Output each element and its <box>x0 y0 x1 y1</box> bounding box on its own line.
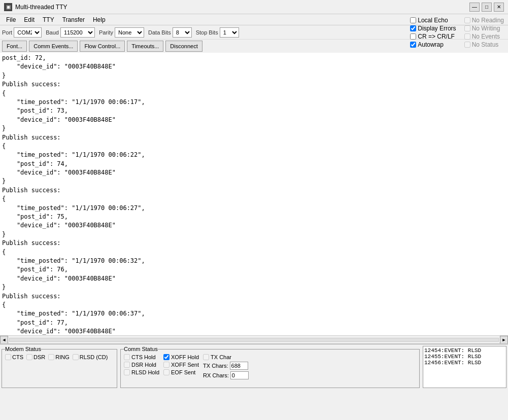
ring-row: RING <box>48 354 70 360</box>
no-events-checkbox <box>464 33 470 40</box>
event-scroll[interactable] <box>500 346 506 388</box>
no-writing-checkbox <box>464 25 470 31</box>
port-label: Port <box>2 29 12 36</box>
no-reading-checkbox <box>464 17 470 23</box>
window-controls: — □ ✕ <box>469 3 504 12</box>
rlsd-checkbox <box>73 354 79 360</box>
parity-group: Parity None Odd Even Mark Space <box>99 27 144 38</box>
cr-crlf-row: CR => CR/LF <box>410 33 456 40</box>
rx-chars-row: RX Chars: <box>203 371 249 379</box>
no-reading-row: No Reading <box>464 17 504 24</box>
dsr-hold-label: DSR Hold <box>131 362 156 368</box>
timeouts-button[interactable]: Timeouts... <box>127 41 163 52</box>
no-writing-label: No Writing <box>472 25 500 32</box>
cts-hold-row: CTS Hold <box>124 354 159 360</box>
no-status-label: No Status <box>472 41 499 48</box>
cr-crlf-checkbox[interactable] <box>410 33 416 40</box>
modem-status-panel: Modem Status CTS DSR RING RLSD (CD) <box>2 346 117 388</box>
dsr-hold-checkbox <box>124 362 130 368</box>
baud-label: Baud <box>46 29 59 36</box>
xoff-hold-checkbox[interactable] <box>163 354 170 360</box>
eof-sent-label: EOF Sent <box>171 369 195 375</box>
dsr-checkbox <box>26 354 32 360</box>
comm-col3: TX Char TX Chars: RX Chars: <box>203 354 249 379</box>
comm-events-button[interactable]: Comm Events... <box>29 41 78 52</box>
minimize-button[interactable]: — <box>469 3 480 12</box>
rlsd-row: RLSD (CD) <box>73 354 108 360</box>
menu-help[interactable]: Help <box>89 15 110 24</box>
eof-sent-checkbox <box>163 369 170 375</box>
maximize-button[interactable]: □ <box>482 3 492 12</box>
parity-select[interactable]: None Odd Even Mark Space <box>115 27 144 38</box>
hscroll-track[interactable] <box>9 338 499 342</box>
port-select[interactable]: COM2 COM1 COM3 COM4 <box>14 27 42 38</box>
menu-tty[interactable]: TTY <box>39 15 58 24</box>
rx-chars-label: RX Chars: <box>203 372 229 378</box>
tx-char-label: TX Char <box>211 354 231 360</box>
rlsd-label: RLSD (CD) <box>80 354 108 360</box>
tx-chars-label: TX Chars: <box>203 363 228 369</box>
comm-status-cols: CTS Hold DSR Hold RLSD Hold XOFF Hold <box>124 354 416 379</box>
ring-label: RING <box>55 354 70 360</box>
autowrap-checkbox[interactable] <box>410 42 416 48</box>
bottom-area: Modem Status CTS DSR RING RLSD (CD) Comm… <box>0 344 508 390</box>
autowrap-row: Autowrap <box>410 41 456 48</box>
checkbox-col-right: No Reading No Writing No Events No Statu… <box>464 17 504 48</box>
event-log-content: 12454:EVENT: RLSD12455:EVENT: RLSD12456:… <box>423 346 506 388</box>
stopbits-group: Stop Bits 1 1.5 2 <box>196 27 239 38</box>
menu-transfer[interactable]: Transfer <box>58 15 89 24</box>
event-log-entries: 12454:EVENT: RLSD12455:EVENT: RLSD12456:… <box>424 347 505 366</box>
comm-col1: CTS Hold DSR Hold RLSD Hold <box>124 354 159 379</box>
dsr-hold-row: DSR Hold <box>124 362 159 368</box>
tx-chars-value[interactable] <box>230 362 248 370</box>
no-status-checkbox <box>464 42 470 48</box>
toolbar-row1: Port COM2 COM1 COM3 COM4 Baud 115200 960… <box>0 25 508 40</box>
local-echo-checkbox[interactable] <box>410 17 416 23</box>
modem-row: CTS DSR RING RLSD (CD) <box>5 354 114 360</box>
hscroll-left-btn[interactable]: ◄ <box>0 336 8 344</box>
disconnect-button[interactable]: Disconnect <box>165 41 202 52</box>
xoff-sent-label: XOFF Sent <box>171 362 199 368</box>
no-status-row: No Status <box>464 41 504 48</box>
menu-edit[interactable]: Edit <box>20 15 39 24</box>
tx-char-row: TX Char <box>203 354 249 360</box>
hscroll-container[interactable]: ◄ ► <box>0 336 508 344</box>
dsr-row: DSR <box>26 354 45 360</box>
cts-hold-label: CTS Hold <box>131 354 156 360</box>
baud-select[interactable]: 115200 9600 19200 38400 57600 <box>60 27 95 38</box>
baud-group: Baud 115200 9600 19200 38400 57600 <box>46 27 95 38</box>
port-group: Port COM2 COM1 COM3 COM4 <box>2 27 42 38</box>
local-echo-row: Local Echo <box>410 17 456 24</box>
cr-crlf-label: CR => CR/LF <box>418 33 455 40</box>
dsr-label: DSR <box>33 354 45 360</box>
local-echo-label: Local Echo <box>418 17 448 24</box>
comm-col2: XOFF Hold XOFF Sent EOF Sent <box>163 354 199 379</box>
rx-chars-value[interactable] <box>230 371 249 379</box>
display-errors-checkbox[interactable] <box>410 25 416 31</box>
no-writing-row: No Writing <box>464 25 504 32</box>
event-log-entry: 12455:EVENT: RLSD <box>424 354 505 360</box>
terminal-content: post_id: 72, "device_id": "0003F40B848E"… <box>2 54 506 335</box>
checkbox-panel: Local Echo Display Errors CR => CR/LF Au… <box>408 17 506 48</box>
xoff-sent-checkbox <box>163 362 170 368</box>
flow-control-button[interactable]: Flow Control... <box>80 41 125 52</box>
rlsd-hold-checkbox <box>124 369 130 375</box>
parity-label: Parity <box>99 29 113 36</box>
databits-group: Data Bits 8 5 6 7 <box>148 27 192 38</box>
xoff-sent-row: XOFF Sent <box>163 362 199 368</box>
checkbox-col-left: Local Echo Display Errors CR => CR/LF Au… <box>410 17 456 48</box>
event-log-entry: 12454:EVENT: RLSD <box>424 347 505 354</box>
rlsd-hold-label: RLSD Hold <box>131 369 159 375</box>
databits-select[interactable]: 8 5 6 7 <box>173 27 192 38</box>
stopbits-label: Stop Bits <box>196 29 218 36</box>
title-icon: ▣ <box>4 3 12 11</box>
comm-status-panel: Comm Status CTS Hold DSR Hold RLSD Hold <box>120 346 420 388</box>
autowrap-label: Autowrap <box>418 41 444 48</box>
font-button[interactable]: Font... <box>2 41 27 52</box>
menu-file[interactable]: File <box>2 15 20 24</box>
terminal-output[interactable]: post_id: 72, "device_id": "0003F40B848E"… <box>0 53 508 335</box>
cts-hold-checkbox <box>124 354 130 360</box>
comm-status-legend: Comm Status <box>124 346 158 352</box>
eof-sent-row: EOF Sent <box>163 369 199 375</box>
stopbits-select[interactable]: 1 1.5 2 <box>220 27 239 38</box>
